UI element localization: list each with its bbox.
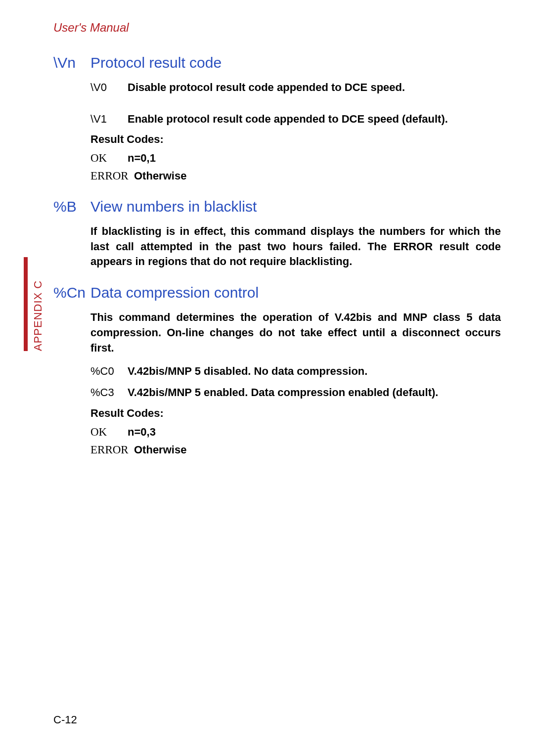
page: User's Manual APPENDIX C \Vn Protocol re… bbox=[0, 0, 534, 756]
option-desc: V.42bis/MNP 5 enabled. Data compression … bbox=[128, 385, 438, 400]
result-code: OK bbox=[90, 152, 128, 165]
section-body: \V0 Disable protocol result code appende… bbox=[90, 80, 501, 183]
result-codes-label: Result Codes: bbox=[90, 407, 501, 420]
option-code: \V0 bbox=[90, 81, 128, 94]
result-row: OK n=0,1 bbox=[90, 151, 501, 166]
option-desc: Enable protocol result code appended to … bbox=[128, 112, 448, 127]
section-vn: \Vn Protocol result code \V0 Disable pro… bbox=[53, 54, 501, 183]
option-row: %C0 V.42bis/MNP 5 disabled. No data comp… bbox=[90, 364, 501, 379]
section-body: If blacklisting is in effect, this comma… bbox=[90, 224, 501, 269]
section-head-cn: %Cn Data compression control bbox=[53, 284, 501, 301]
content: \Vn Protocol result code \V0 Disable pro… bbox=[53, 54, 501, 472]
section-cmd: \Vn bbox=[53, 54, 90, 71]
option-code: %C3 bbox=[90, 386, 128, 399]
page-number: C-12 bbox=[53, 713, 77, 726]
section-cmd: %B bbox=[53, 198, 90, 215]
result-desc: Otherwise bbox=[134, 443, 186, 457]
result-code: ERROR bbox=[90, 444, 134, 456]
section-title: Data compression control bbox=[90, 284, 259, 301]
section-cmd: %Cn bbox=[53, 284, 90, 301]
option-row: \V0 Disable protocol result code appende… bbox=[90, 80, 501, 95]
result-code: ERROR bbox=[90, 170, 134, 182]
option-desc: Disable protocol result code appended to… bbox=[128, 80, 405, 95]
option-row: \V1 Enable protocol result code appended… bbox=[90, 112, 501, 127]
result-row: ERROR Otherwise bbox=[90, 169, 501, 183]
result-desc: Otherwise bbox=[134, 169, 186, 183]
result-row: ERROR Otherwise bbox=[90, 443, 501, 457]
section-head-vn: \Vn Protocol result code bbox=[53, 54, 501, 71]
section-paragraph: If blacklisting is in effect, this comma… bbox=[90, 224, 501, 269]
result-code: OK bbox=[90, 426, 128, 439]
option-row: %C3 V.42bis/MNP 5 enabled. Data compress… bbox=[90, 385, 501, 400]
side-tab-label: APPENDIX C bbox=[32, 280, 44, 351]
result-codes-label: Result Codes: bbox=[90, 133, 501, 146]
page-header: User's Manual bbox=[53, 21, 129, 35]
section-cn: %Cn Data compression control This comman… bbox=[53, 284, 501, 457]
result-row: OK n=0,3 bbox=[90, 425, 501, 440]
result-desc: n=0,1 bbox=[128, 151, 156, 166]
section-title: View numbers in blacklist bbox=[90, 198, 257, 215]
option-desc: V.42bis/MNP 5 disabled. No data compress… bbox=[128, 364, 367, 379]
option-code: \V1 bbox=[90, 113, 128, 126]
section-title: Protocol result code bbox=[90, 54, 222, 71]
section-body: This command determines the operation of… bbox=[90, 310, 501, 457]
section-paragraph: This command determines the operation of… bbox=[90, 310, 501, 356]
option-code: %C0 bbox=[90, 365, 128, 378]
section-head-b: %B View numbers in blacklist bbox=[53, 198, 501, 215]
section-b: %B View numbers in blacklist If blacklis… bbox=[53, 198, 501, 269]
result-desc: n=0,3 bbox=[128, 425, 156, 440]
side-tab-bar bbox=[24, 257, 28, 351]
